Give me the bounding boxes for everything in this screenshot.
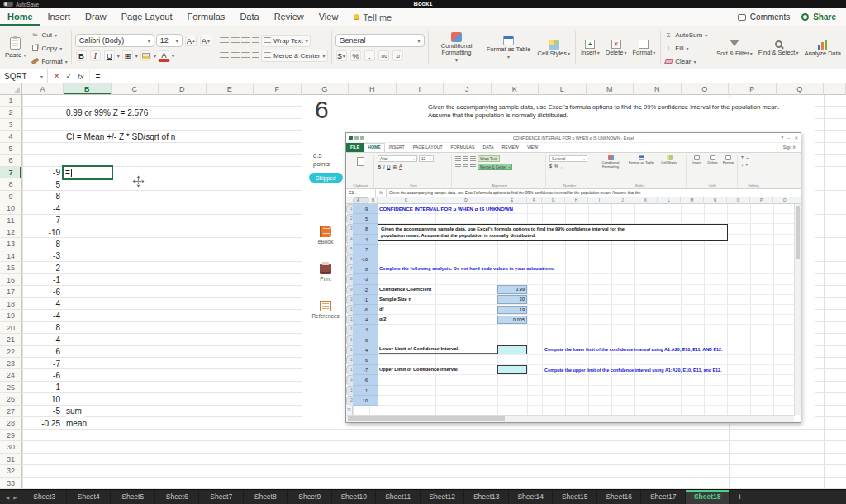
cell-A26[interactable]: 10: [23, 394, 60, 406]
embed-cell-A8[interactable]: -3: [353, 274, 369, 284]
conditional-formatting-button[interactable]: Conditional Formatting▾: [432, 32, 482, 64]
embed-cell-A7[interactable]: 8: [353, 264, 369, 274]
row-header-7[interactable]: 7: [0, 167, 22, 178]
embed-tab-review[interactable]: REVIEW: [498, 143, 523, 152]
embed-cell-B5[interactable]: [369, 245, 378, 254]
cell-styles-button[interactable]: Cell Styles▾: [536, 40, 572, 57]
tab-view[interactable]: View: [311, 8, 346, 26]
embed-cell-B18[interactable]: [369, 375, 378, 385]
delete-cells-button[interactable]: ✕ Delete▾: [604, 40, 629, 56]
embed-cell-B4[interactable]: [369, 235, 378, 245]
row-header-18[interactable]: 18: [0, 298, 22, 310]
share-button[interactable]: Share: [801, 12, 836, 21]
cell-A24[interactable]: -6: [23, 370, 60, 382]
cell-A23[interactable]: -7: [23, 359, 60, 370]
column-header-N[interactable]: N: [634, 83, 682, 95]
embed-cell-A20[interactable]: 10: [353, 396, 369, 406]
column-header-G[interactable]: G: [302, 83, 349, 95]
copy-button[interactable]: Copy▾: [31, 43, 67, 54]
tab-home[interactable]: Home: [0, 8, 40, 26]
column-header-D[interactable]: D: [159, 83, 207, 95]
cell-A7[interactable]: -9: [23, 167, 60, 178]
embed-column-header-Q[interactable]: Q: [773, 197, 796, 204]
formula-input[interactable]: =: [90, 69, 846, 83]
print-button[interactable]: Print: [320, 264, 331, 282]
embed-cell-A9[interactable]: -2: [353, 285, 369, 295]
embed-percent-button[interactable]: %: [554, 164, 558, 169]
embed-format-button[interactable]: Format: [721, 155, 735, 165]
row-header-3[interactable]: 3: [0, 119, 22, 131]
embed-horizontal-scrollbar[interactable]: [346, 415, 794, 422]
sheet-tab-sheet3[interactable]: Sheet3: [22, 490, 67, 504]
embed-column-header-H[interactable]: H: [565, 197, 588, 204]
row-header-14[interactable]: 14: [0, 250, 22, 262]
cell-A13[interactable]: 8: [23, 239, 60, 250]
embed-cell-A3[interactable]: 8: [353, 224, 369, 234]
embed-cell-A10[interactable]: -1: [353, 295, 369, 305]
underline-button[interactable]: U: [103, 50, 116, 62]
embed-column-header-D[interactable]: D: [435, 197, 497, 204]
percent-button[interactable]: %: [349, 50, 362, 62]
sheet-tab-sheet4[interactable]: Sheet4: [67, 490, 112, 504]
embed-font-size-select[interactable]: 12▾: [419, 155, 434, 162]
embed-tab-view[interactable]: VIEW: [523, 143, 542, 152]
column-header-C[interactable]: C: [112, 83, 159, 95]
embed-currency-button[interactable]: $: [549, 164, 552, 169]
cell-B28[interactable]: mean: [66, 418, 89, 430]
comma-button[interactable]: ,: [364, 50, 376, 62]
increase-decimal-button[interactable]: .00: [378, 50, 390, 62]
row-header-30[interactable]: 30: [0, 441, 22, 453]
embed-cell-B17[interactable]: [369, 365, 378, 375]
row-header-32[interactable]: 32: [0, 465, 22, 477]
embed-cell-B12[interactable]: [369, 315, 378, 325]
embed-align-icon[interactable]: [470, 164, 476, 169]
row-header-25[interactable]: 25: [0, 382, 22, 393]
embed-cell-A11[interactable]: -6: [353, 305, 369, 315]
tab-draw[interactable]: Draw: [78, 8, 114, 26]
embed-align-icon[interactable]: [470, 156, 476, 161]
column-header-B[interactable]: B: [64, 83, 112, 95]
sheet-tab-sheet16[interactable]: Sheet16: [597, 490, 642, 504]
embed-cell-B20[interactable]: [369, 396, 378, 406]
row-header-19[interactable]: 19: [0, 310, 22, 321]
embed-cell-A17[interactable]: -7: [353, 365, 369, 375]
embed-column-header-M[interactable]: M: [681, 197, 704, 204]
column-header-A[interactable]: A: [22, 83, 64, 95]
row-header-15[interactable]: 15: [0, 262, 22, 273]
find-select-button[interactable]: Find & Select▾: [757, 40, 801, 56]
cell-A22[interactable]: 6: [23, 346, 60, 358]
embed-cell-A19[interactable]: 1: [353, 386, 369, 396]
row-header-16[interactable]: 16: [0, 274, 22, 286]
row-header-29[interactable]: 29: [0, 430, 22, 441]
sheet-tab-sheet10[interactable]: Sheet10: [332, 490, 377, 504]
embed-sign-in[interactable]: Sign In: [783, 143, 801, 152]
embed-cell-A14[interactable]: 8: [353, 335, 369, 345]
align-right-icon[interactable]: [241, 52, 250, 59]
cell-A16[interactable]: -1: [23, 274, 60, 286]
next-sheet-icon[interactable]: ▶: [13, 495, 17, 500]
sheet-tab-sheet17[interactable]: Sheet17: [641, 490, 686, 504]
embed-cell-B1[interactable]: [369, 204, 378, 214]
embed-limit-input[interactable]: [497, 345, 527, 354]
column-header-Q[interactable]: Q: [777, 83, 825, 95]
embed-cell-B19[interactable]: [369, 386, 378, 396]
embed-bold-button[interactable]: B: [378, 164, 381, 169]
decrease-decimal-button[interactable]: .0: [392, 50, 404, 62]
row-header-1[interactable]: 1: [0, 95, 22, 107]
column-header-O[interactable]: O: [682, 83, 730, 95]
cell-B4[interactable]: CI = Mean +/- Z * SD/sqrt of n: [66, 131, 178, 143]
cut-button[interactable]: ✂Cut▾: [31, 30, 67, 40]
embed-tab-file[interactable]: FILE: [346, 143, 364, 152]
embed-cell-A6[interactable]: -10: [353, 254, 369, 264]
cell-A18[interactable]: 4: [23, 298, 60, 310]
number-format-select[interactable]: General▾: [335, 34, 425, 47]
embed-cell-A1[interactable]: -9: [353, 204, 369, 214]
increase-font-size-button[interactable]: A▴: [184, 35, 197, 47]
embed-cell-B8[interactable]: [369, 274, 378, 284]
sheet-tab-sheet7[interactable]: Sheet7: [199, 490, 244, 504]
format-as-table-button[interactable]: Format as Table▾: [484, 36, 534, 60]
autosum-button[interactable]: ΣAutoSum▾: [664, 30, 707, 40]
cell-A12[interactable]: -10: [23, 227, 60, 239]
column-header-I[interactable]: I: [397, 83, 444, 95]
column-header-J[interactable]: J: [444, 83, 492, 95]
